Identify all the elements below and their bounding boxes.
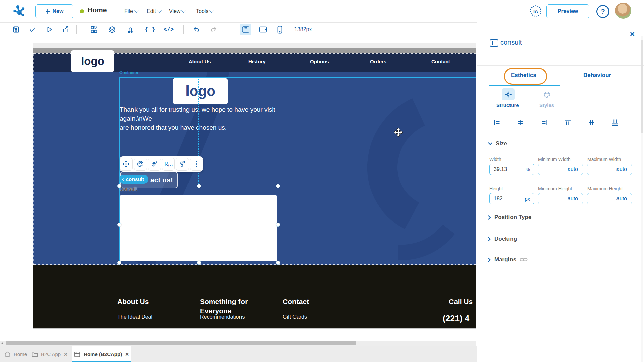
- tab-home-b2capp-active[interactable]: Home (B2CApp) ✕: [72, 346, 131, 362]
- undo-icon: [193, 26, 200, 33]
- redo-icon: [210, 26, 217, 33]
- min-width-input[interactable]: [538, 164, 583, 175]
- tab-home[interactable]: Home: [4, 346, 27, 362]
- consult-breadcrumb-chip[interactable]: ‹ consult: [119, 175, 148, 184]
- menu-edit[interactable]: Edit: [147, 0, 161, 22]
- resize-handle-s[interactable]: [197, 261, 201, 265]
- tab-esthetics[interactable]: Esthetics: [511, 72, 536, 79]
- new-button[interactable]: New: [35, 4, 73, 18]
- resize-handle-nw[interactable]: [117, 184, 121, 188]
- close-tab-icon[interactable]: ✕: [64, 352, 68, 357]
- footer-link[interactable]: The Ideal Deal: [117, 314, 152, 320]
- max-width-input[interactable]: [587, 164, 632, 175]
- consult-widget[interactable]: [120, 195, 277, 261]
- menu-tools[interactable]: Tools: [196, 0, 213, 22]
- widget-type-icon: [490, 39, 498, 47]
- tab-b2c-app[interactable]: B2C App ✕: [32, 346, 68, 362]
- footer-link[interactable]: Recommendations: [200, 314, 245, 320]
- scrollbar-thumb[interactable]: [6, 341, 356, 345]
- max-height-input[interactable]: [587, 193, 632, 204]
- max-width-input-wrap: [587, 164, 632, 175]
- move-widget-button[interactable]: [120, 158, 133, 171]
- menu-file[interactable]: File: [124, 0, 138, 22]
- save-button[interactable]: [10, 24, 22, 35]
- site-footer[interactable]: About Us The Ideal Deal Something for Ev…: [33, 265, 476, 328]
- tablet-viewport-button[interactable]: [257, 24, 269, 35]
- resize-handle-sw[interactable]: [117, 261, 121, 265]
- hero-logo[interactable]: logo: [173, 78, 228, 104]
- max-height-input-wrap: [587, 193, 632, 204]
- phone-viewport-button[interactable]: [274, 24, 285, 35]
- align-center-vertical-button[interactable]: [588, 119, 595, 126]
- canvas-horizontal-scrollbar[interactable]: [0, 341, 476, 346]
- scroll-left-arrow[interactable]: [1, 342, 3, 345]
- layers-button[interactable]: [106, 24, 118, 35]
- align-left-button[interactable]: [493, 119, 501, 126]
- footer-link[interactable]: Gift Cards: [283, 314, 307, 320]
- settings-widget-button[interactable]: [148, 158, 161, 171]
- nav-item-history[interactable]: History: [248, 59, 266, 64]
- resize-handle-ne[interactable]: [276, 184, 280, 188]
- undo-button[interactable]: [191, 24, 202, 35]
- help-icon[interactable]: ?: [596, 5, 609, 18]
- subtab-structure-label[interactable]: Structure: [496, 102, 519, 108]
- layout-selection-border-bottom: [33, 264, 476, 265]
- align-right-button[interactable]: [541, 119, 548, 126]
- section-position-type[interactable]: Position Type: [488, 214, 531, 221]
- tablet-icon: [259, 26, 267, 33]
- section-size[interactable]: Size: [488, 140, 507, 147]
- source-code-button[interactable]: </>: [163, 24, 174, 35]
- section-docking[interactable]: Docking: [488, 236, 517, 242]
- connections-widget-button[interactable]: [176, 158, 189, 171]
- style-widget-button[interactable]: [134, 158, 147, 171]
- close-tab-icon[interactable]: ✕: [125, 352, 129, 357]
- close-panel-button[interactable]: ✕: [630, 30, 635, 38]
- expression-widget-button[interactable]: R(x): [162, 158, 175, 171]
- nav-item-about-us[interactable]: About Us: [189, 59, 211, 64]
- hero-text[interactable]: Thank you all for trusting us, we hope t…: [120, 105, 287, 132]
- min-height-input[interactable]: [538, 193, 583, 204]
- toolbar-divider: [323, 25, 323, 34]
- expression-button[interactable]: { }: [144, 24, 156, 35]
- connector-icon: [127, 26, 134, 33]
- run-button[interactable]: [44, 24, 55, 35]
- desktop-viewport-button[interactable]: [240, 24, 251, 35]
- footer-heading: Something for Everyone: [200, 297, 250, 316]
- height-input-wrap: px: [489, 193, 534, 204]
- resize-handle-e[interactable]: [276, 223, 280, 227]
- move-icon: [122, 160, 130, 168]
- connector-button[interactable]: [125, 24, 136, 35]
- subtab-structure-icon-button[interactable]: [502, 88, 515, 100]
- nav-item-contact[interactable]: Contact: [431, 59, 450, 64]
- resize-handle-w[interactable]: [117, 223, 121, 227]
- tab-behaviour[interactable]: Behaviour: [583, 72, 611, 79]
- chevron-down-icon: [181, 8, 186, 13]
- align-top-button[interactable]: [564, 119, 572, 126]
- top-bar: New Home File Edit View Tools IA Preview…: [0, 0, 644, 23]
- align-bottom-button[interactable]: [611, 119, 619, 126]
- folder-icon: [32, 352, 38, 357]
- page-top-margin: [33, 43, 476, 48]
- resize-handle-se[interactable]: [276, 261, 280, 265]
- min-width-label: Minimum Width: [538, 157, 570, 162]
- site-navbar[interactable]: logo About Us History Options Orders Con…: [33, 53, 476, 72]
- widgets-button[interactable]: [88, 24, 100, 35]
- more-options-widget-button[interactable]: [190, 158, 203, 171]
- divider: [477, 65, 644, 66]
- nav-item-orders[interactable]: Orders: [370, 59, 386, 64]
- menu-view[interactable]: View: [169, 0, 185, 22]
- preview-button[interactable]: Preview: [546, 4, 589, 18]
- panel-scrollbar[interactable]: [641, 36, 643, 362]
- check-errors-button[interactable]: [27, 24, 38, 35]
- publish-button[interactable]: [60, 24, 71, 35]
- nav-item-options[interactable]: Options: [310, 59, 329, 64]
- resize-handle-n[interactable]: [197, 184, 201, 188]
- user-avatar[interactable]: [615, 3, 631, 19]
- subtab-styles-icon-button[interactable]: [541, 88, 553, 100]
- ia-assistant-icon[interactable]: IA: [529, 4, 543, 18]
- app-logo-icon[interactable]: [12, 4, 27, 18]
- align-center-horizontal-button[interactable]: [517, 119, 525, 126]
- subtab-styles-label[interactable]: Styles: [539, 102, 554, 108]
- section-margins[interactable]: Margins: [488, 256, 528, 263]
- redo-button[interactable]: [208, 24, 219, 35]
